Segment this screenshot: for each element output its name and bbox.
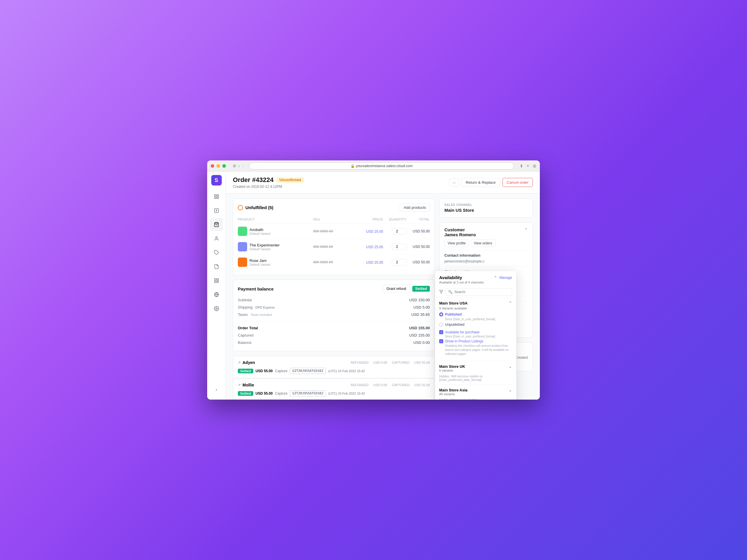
store-usa-collapse[interactable]: ⌃ <box>509 301 512 305</box>
show-in-listings-row[interactable]: ✓ Show in Product Listings <box>439 339 512 343</box>
customer-section-title: Customer <box>444 227 465 232</box>
sidebar-expand-button[interactable]: › <box>210 383 223 396</box>
sales-channel-value: Main US Store <box>444 208 528 213</box>
captured-value: USD 155.00 <box>409 333 430 338</box>
payment-captured-row: Captured USD 155.00 <box>238 331 430 339</box>
sidebar-item-tags[interactable] <box>210 246 223 259</box>
col-quantity: Quantity <box>383 218 407 221</box>
add-products-button[interactable]: Add products <box>400 203 430 212</box>
left-column: Unfulfilled (5) Add products Product SKU… <box>233 198 435 395</box>
unfulfilled-card: Unfulfilled (5) Add products Product SKU… <box>233 198 435 275</box>
unfulfilled-status-circle <box>238 205 243 210</box>
payment-balance-row: Balance USD 0.00 <box>238 339 430 346</box>
sidebar-item-orders[interactable] <box>210 204 223 217</box>
cancel-order-button[interactable]: Cancel order <box>503 178 533 187</box>
sidebar-item-content[interactable] <box>210 260 223 273</box>
unpublished-radio <box>439 323 443 327</box>
svg-rect-10 <box>217 281 218 283</box>
sidebar-item-cart[interactable] <box>210 218 223 231</box>
product-qty-0[interactable] <box>392 228 407 235</box>
availability-search-input[interactable] <box>454 290 509 294</box>
svg-rect-9 <box>217 278 218 280</box>
provider-name: Adyen <box>242 360 255 365</box>
published-radio-row[interactable]: Published <box>439 312 512 317</box>
product-info-2: Rose Jam Default Variant <box>238 258 313 267</box>
sidebar-item-settings[interactable] <box>210 302 223 315</box>
app-logo[interactable]: S <box>211 175 222 186</box>
return-replace-button[interactable]: Return & Replace <box>461 178 500 187</box>
payment-balance-card: Payment balance Grant refund Settled Sub… <box>233 280 435 351</box>
order-total-label: Order Total <box>238 326 258 330</box>
taxes-value: USD 35.65 <box>411 312 430 317</box>
sidebar-item-channels[interactable] <box>210 288 223 301</box>
view-profile-button[interactable]: View profile <box>444 239 469 247</box>
forward-button[interactable]: › <box>242 164 243 168</box>
product-total-1: USD 50.00 <box>407 245 430 249</box>
available-purchase-label: Available for purchase <box>445 330 480 334</box>
product-variant-1: Default Variant <box>250 247 280 251</box>
product-price-0[interactable]: USD 25.00 <box>366 230 383 234</box>
product-qty-1[interactable] <box>392 243 407 250</box>
store-usa-variants: 9 Variants available <box>439 306 512 310</box>
sidebar-item-apps[interactable] <box>210 274 223 287</box>
product-sku-0: ###-####-## <box>313 229 354 233</box>
unfulfilled-title: Unfulfilled (5) <box>246 205 274 210</box>
col-sku: SKU <box>313 218 354 221</box>
payment-order-total-row: Order Total USD 155.00 <box>238 324 430 331</box>
view-orders-button[interactable]: View orders <box>471 239 495 247</box>
show-listings-checkbox[interactable]: ✓ <box>439 339 443 343</box>
tab-grid-icon[interactable]: ⊞ <box>533 164 536 168</box>
balance-value: USD 0.00 <box>413 340 430 345</box>
store-usa-name: Main Store USA <box>439 301 468 305</box>
filter-icon[interactable] <box>439 290 443 295</box>
address-bar[interactable]: 🔒 yoursaleorinstance.saleor.cloud.com <box>249 162 514 169</box>
availability-search-container: 🔍 <box>445 288 512 296</box>
more-options-button[interactable]: ··· <box>449 178 459 187</box>
product-qty-2[interactable] <box>392 259 407 265</box>
available-purchase-checkbox[interactable]: ✓ <box>439 330 443 334</box>
shipping-value: USD 5.00 <box>413 305 430 310</box>
product-variant-0: Default Variant <box>250 232 271 235</box>
new-tab-icon[interactable]: + <box>527 163 529 168</box>
availability-collapse-button[interactable]: ⌃ <box>494 275 497 280</box>
sidebar-item-dashboard[interactable] <box>210 190 223 203</box>
availability-stores-list: Main Store USA ⌃ 9 Variants available Pu… <box>435 298 516 400</box>
sidebar-toggle-icon[interactable]: ⊞ <box>233 164 236 168</box>
back-button[interactable]: ‹ <box>238 164 240 168</box>
published-radio <box>439 312 443 317</box>
store-uk-expand[interactable]: ⌄ <box>509 364 512 369</box>
shipping-method: DPD Express <box>255 306 275 309</box>
product-total-0: USD 50.00 <box>407 229 430 233</box>
product-price-2[interactable]: USD 25.00 <box>366 261 383 265</box>
payment-taxes-row: Taxes Taxes included USD 35.65 <box>238 311 430 318</box>
sidebar-item-customers[interactable] <box>210 232 223 245</box>
unpublished-label: Unpublished <box>445 323 465 327</box>
customer-name: James Romero <box>444 232 528 237</box>
status-badge: Unconfirmed <box>276 177 304 183</box>
traffic-light-green[interactable] <box>222 164 226 168</box>
svg-rect-1 <box>217 194 218 196</box>
traffic-light-yellow[interactable] <box>216 164 220 168</box>
svg-rect-8 <box>214 278 216 280</box>
product-thumb-1 <box>238 242 247 251</box>
customer-collapse-button[interactable]: ⌃ <box>524 228 528 232</box>
captured-label: CAPTURED <box>392 361 410 364</box>
availability-title: Availability <box>439 275 462 280</box>
product-name-1: The Experimenter <box>250 243 280 247</box>
product-info-1: The Experimenter Default Variant <box>238 242 313 251</box>
available-for-purchase-row[interactable]: ✓ Available for purchase <box>439 330 512 334</box>
page-header: Order #43224 Unconfirmed Created on 2018… <box>226 171 540 194</box>
provider-link-icon: ↗ <box>238 383 241 387</box>
provider-amount: USD 55.00 <box>256 392 273 396</box>
store-asia-expand[interactable]: ⌄ <box>509 388 512 392</box>
grant-refund-button[interactable]: Grant refund <box>383 285 410 293</box>
captured-value: USD 55.00 <box>414 361 430 364</box>
unpublished-radio-row[interactable]: Unpublished <box>439 323 512 327</box>
show-listings-label: Show in Product Listings <box>445 339 483 343</box>
manage-button[interactable]: Manage <box>499 276 512 280</box>
share-icon[interactable]: ⬆ <box>520 164 523 168</box>
sales-channel-card: SALES CHANNEL Main US Store <box>439 198 533 218</box>
traffic-light-red[interactable] <box>211 164 214 168</box>
provider-status-badge: Settled <box>238 391 253 396</box>
product-price-1[interactable]: USD 25.00 <box>366 245 383 249</box>
